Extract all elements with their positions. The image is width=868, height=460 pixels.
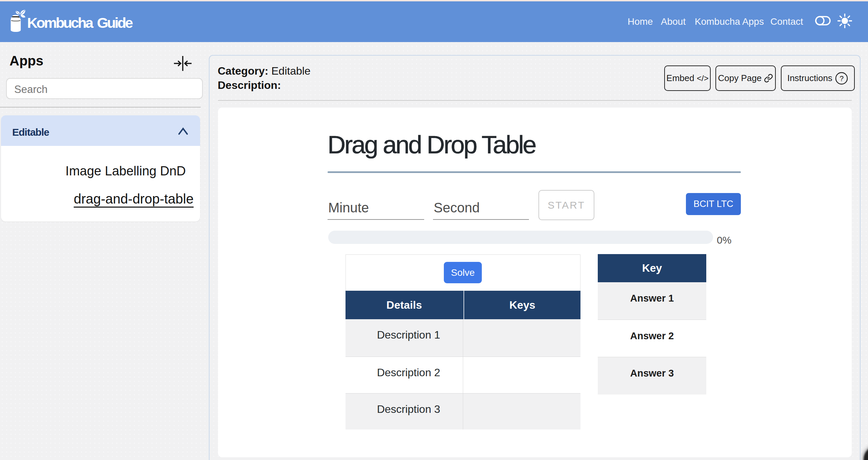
svg-text:?: ? <box>840 74 844 83</box>
